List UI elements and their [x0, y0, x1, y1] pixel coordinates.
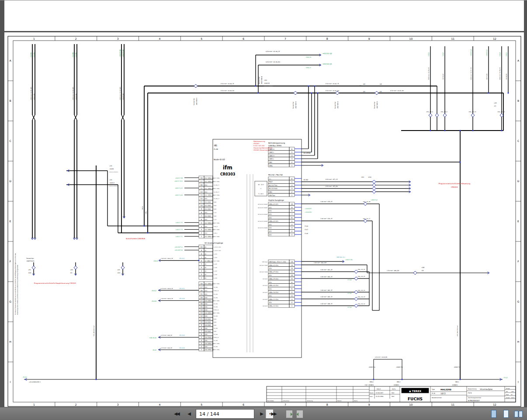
schematic-label: 0,50 mm² -01-83_WH	[119, 87, 121, 100]
pin-label: X12 GND	[205, 201, 211, 203]
single-page-view-button[interactable]	[501, 409, 511, 419]
pin-desc: A_IN2 0-10V	[214, 250, 221, 251]
pin-label: X12	[205, 212, 207, 213]
pin-number: 10	[291, 203, 293, 205]
pin-label: X20	[269, 295, 271, 297]
pin-label: X21	[269, 227, 271, 229]
pin-desc: OUT VBBs	[214, 181, 220, 182]
pin-label: X2	[205, 267, 206, 269]
schematic-label: -WKCTW4H1	[337, 101, 339, 109]
pin-desc: OUT VBBs	[214, 260, 220, 262]
previous-page-button[interactable]: ◀	[184, 409, 194, 419]
pin-label: X2 VBBs Out	[205, 260, 213, 262]
pin-desc: OUT VBBs	[214, 222, 220, 224]
schematic-label: +02/17.H8	[175, 177, 183, 179]
schematic-label: Twisted Pair	[334, 101, 336, 109]
grid-row-label: H	[9, 340, 11, 343]
schematic-label: -XGND1	[393, 384, 399, 386]
schematic-label: Node-ID 02	[214, 158, 225, 161]
pin-label: X2	[205, 277, 206, 279]
schematic-label: +02C	[511, 391, 514, 392]
schematic-label: CAN_H	[142, 206, 143, 210]
schematic-label: -975_BN 0,50 mm²	[93, 325, 95, 337]
last-page-button[interactable]: ▶▶	[268, 409, 279, 419]
pdf-page	[4, 32, 524, 407]
schematic-label: Twisted Pair	[374, 101, 375, 109]
schematic-label: Bestellnummer	[432, 397, 442, 399]
schematic-label: Programmierschnittstelle Hauptsteuerung …	[34, 282, 76, 284]
grid-col-label: 2	[75, 403, 77, 406]
pin-desc: GND	[214, 215, 216, 217]
pin-label: X21	[269, 224, 271, 226]
pin-number: 12	[291, 267, 293, 269]
schematic-label: Ort	[506, 391, 508, 392]
pin-desc: OUT VBBs	[214, 236, 220, 238]
schematic-label: -X8	[363, 91, 365, 93]
pin-desc: GND	[214, 318, 216, 320]
pin-desc: GND	[214, 321, 216, 323]
pin-desc: IN_DIG	[214, 297, 218, 299]
pin-label: X12 VBBs Out	[205, 236, 214, 238]
schematic-label: /12.B3	[33, 52, 35, 57]
grid-col-label: 11	[451, 403, 454, 406]
page-import-icon[interactable]	[296, 410, 303, 418]
schematic-label: -X2a_-X2_9	[440, 111, 447, 113]
pin-desc: A_IN8	[214, 274, 217, 275]
pin-label: VBBo 02 X21	[269, 203, 278, 205]
pin-label: X20	[269, 282, 271, 283]
schematic-label: 1,00 mm² -984_WH	[314, 262, 326, 264]
grid-col-label: 4	[159, 403, 161, 406]
pin-label: n.c.	[269, 178, 271, 180]
continuous-view-button[interactable]	[489, 409, 499, 419]
pin-desc: IN_DIG_H	[214, 191, 219, 193]
pin-number: 16	[201, 303, 203, 305]
schematic-label: Buchstabe	[267, 400, 274, 402]
schematic-label: Gepr.	[370, 396, 373, 397]
pin-label: X12	[205, 232, 207, 234]
schematic-label: Bearb.	[370, 392, 374, 394]
facing-pages-view-button[interactable]	[513, 409, 524, 419]
grid-row-label: G	[9, 300, 11, 303]
schematic-label: 0,50 mm² -01-96_YE	[428, 67, 430, 80]
view-mode-group	[489, 409, 524, 419]
pin-label: X10 GND	[205, 330, 211, 332]
schematic-label: 5 032 143 150	[253, 145, 264, 147]
grid-col-label: 8	[326, 37, 328, 40]
pin-label: X20	[269, 275, 271, 276]
schematic-label: -X5	[421, 270, 424, 272]
schematic-label: 6790200107	[468, 399, 480, 402]
pin-number: 16	[201, 184, 203, 186]
grid-col-label: 7	[284, 403, 286, 406]
pin-label: X20	[269, 288, 271, 290]
schematic-label: +02/17.B1	[345, 259, 353, 261]
schematic-label: -X2a_-X2_18	[363, 201, 370, 203]
pin-number: 11	[201, 201, 203, 203]
schematic-label: -X21	[117, 272, 120, 274]
pin-desc: A_IN9	[214, 277, 217, 279]
pin-label: VBBo 12 X20	[269, 305, 278, 307]
schematic-label: 0,50 mm² -01-82_WH	[72, 87, 74, 100]
junction-dot	[308, 86, 309, 87]
schematic-label: -X2a_-X2_15	[357, 275, 365, 277]
pin-desc: A_IN1 0-10V	[214, 246, 221, 248]
schematic-label: Datum	[377, 388, 381, 390]
page-number-input[interactable]	[196, 410, 266, 418]
pin-desc: DH OUT	[263, 285, 267, 286]
schematic-label: Twisted Pair	[193, 98, 195, 106]
schematic-label: -X22	[28, 272, 31, 274]
pin-label: X12 VBBs Out	[205, 177, 214, 179]
pin-number: 11	[201, 318, 203, 320]
schematic-label: CR0303	[253, 143, 259, 145]
pin-label: X2	[205, 253, 206, 255]
schematic-label: Bezeichnung:	[468, 388, 477, 390]
grid-col-label: 9	[368, 37, 370, 40]
schematic-label: 01.02.2008	[376, 396, 383, 397]
schematic-label: +03/15.J2	[470, 49, 472, 56]
schematic-label: Digital-Ausgänge	[268, 199, 284, 201]
page-export-icon[interactable]	[286, 410, 293, 418]
first-page-button[interactable]: ◀◀	[171, 409, 182, 419]
next-page-button[interactable]: ▶	[256, 409, 267, 419]
grid-col-label: 12	[493, 37, 496, 40]
pin-label: X10	[205, 327, 207, 329]
page-navigation-group: ◀◀ ◀ ▼ ▶ ▶▶	[171, 409, 279, 419]
